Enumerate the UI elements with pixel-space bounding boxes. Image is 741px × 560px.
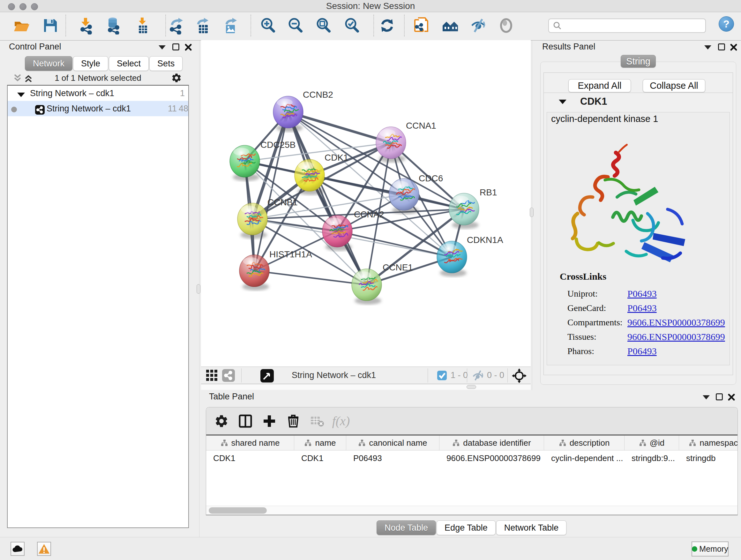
table-row[interactable]: CDK1CDK1P064939606.ENSP00000378699cyclin… [206,450,738,466]
tab-style[interactable]: Style [73,56,108,71]
zoom-in-icon[interactable] [259,17,277,35]
network-collection-row[interactable]: String Network – cdk1 1 [8,85,188,101]
float-panel-icon[interactable] [716,393,723,400]
delete-column-icon[interactable] [281,413,305,429]
search-input[interactable] [562,21,705,30]
add-column-icon[interactable] [257,413,281,429]
table-cell[interactable]: CDK1 [294,450,346,466]
crosshair-icon[interactable] [512,368,527,383]
node-highlight [243,257,259,265]
import-network-from-database-icon[interactable] [105,17,122,35]
close-panel-icon[interactable] [728,393,735,401]
expand-all-button[interactable]: Expand All [568,79,631,92]
crosslink-value[interactable]: P06493 [627,288,657,299]
table-cell[interactable]: P06493 [346,450,440,466]
collapse-all-button[interactable]: Collapse All [643,79,705,92]
scrollbar-thumb[interactable] [209,507,267,514]
gene-card-header[interactable]: CDK1 [544,93,733,111]
show-columns-icon[interactable] [233,413,257,429]
float-panel-icon[interactable] [172,44,179,51]
close-panel-icon[interactable] [730,44,738,51]
grid-view-icon[interactable] [205,369,218,382]
function-builder-icon[interactable]: f(x) [329,413,353,429]
network-canvas[interactable]: CCNB2CCNA1CDC25BCDK1CDC6RB1CCNB1CCNA2CDK… [201,40,531,367]
delete-table-icon[interactable] [305,413,329,429]
horizontal-splitter-handle[interactable] [467,385,476,389]
export-image-icon[interactable] [222,17,240,35]
expand-all-icon[interactable] [23,74,33,82]
table-cell[interactable]: cyclin-dependent ... [544,450,624,466]
panel-menu-icon[interactable] [158,45,165,50]
table-settings-gear-icon[interactable] [209,413,233,429]
collapse-card-icon[interactable] [559,100,566,104]
float-panel-icon[interactable] [718,44,725,51]
crosslink-label: GeneCard: [560,303,627,313]
search-box[interactable] [548,18,706,33]
network-edge[interactable] [288,112,391,143]
hidden-eye-icon[interactable] [472,370,484,381]
hide-selected-icon[interactable] [469,17,487,35]
crosslinks-section: CrossLinks Uniprot:P06493GeneCard:P06493… [560,271,725,358]
crosslink-value[interactable]: P06493 [627,303,657,314]
network-view-icon[interactable] [222,369,235,382]
column-header-namespace[interactable]: namespace [679,435,738,450]
crosslink-value[interactable]: P06493 [627,346,657,357]
export-table-icon[interactable] [194,17,212,35]
save-session-icon[interactable] [42,17,59,35]
network-edge[interactable] [254,271,367,285]
gear-icon[interactable] [171,72,182,83]
horizontal-scrollbar[interactable] [206,506,738,515]
refresh-view-icon[interactable] [378,17,396,35]
table-cell[interactable]: CDK1 [206,450,294,466]
open-session-icon[interactable] [13,17,30,35]
import-network-icon[interactable] [77,17,95,35]
zoom-fit-icon[interactable] [315,17,333,35]
node-label: CCNB2 [303,90,333,100]
column-header-name[interactable]: name [294,435,346,450]
panel-menu-icon[interactable] [704,45,711,50]
tab-network[interactable]: Network [25,56,72,71]
network-edge[interactable] [254,112,288,271]
tree-expand-icon[interactable] [17,92,25,97]
import-table-icon[interactable] [134,17,151,35]
show-all-icon[interactable] [497,17,515,35]
column-header-databaseidentifier[interactable]: database identifier [440,435,544,450]
memory-button[interactable]: Memory [691,542,729,557]
zoom-selected-icon[interactable] [343,17,361,35]
column-header-sharedname[interactable]: shared name [206,435,294,450]
duplicate-network-icon[interactable] [413,17,431,35]
column-header-description[interactable]: description [544,435,624,450]
collapse-all-icon[interactable] [13,74,22,82]
network-row[interactable]: String Network – cdk1 11 48 [8,101,188,116]
network-overview-icon[interactable] [441,17,459,35]
horizontal-splitter[interactable] [201,384,531,390]
crosslink-label: Tissues: [560,332,627,342]
tab-sets[interactable]: Sets [149,56,183,71]
birdseye-view-icon[interactable] [260,369,274,382]
tab-network-table[interactable]: Network Table [496,520,567,535]
tab-string[interactable]: String [621,55,656,68]
tab-edge-table[interactable]: Edge Table [436,520,495,535]
column-header-canonicalname[interactable]: canonical name [346,435,440,450]
zoom-out-icon[interactable] [286,17,305,35]
crosslink-value[interactable]: 9606.ENSP00000378699 [627,331,725,342]
table-cell[interactable]: 9606.ENSP00000378699 [440,450,544,466]
panel-menu-icon[interactable] [703,395,710,399]
left-splitter-handle[interactable] [197,284,200,294]
cloud-button[interactable] [10,542,24,556]
tab-node-table[interactable]: Node Table [377,520,436,535]
warning-button[interactable] [37,542,51,556]
crosslink-value[interactable]: 9606.ENSP00000378699 [627,317,725,328]
column-header-id[interactable]: @id [624,435,679,450]
node-label: CCNB1 [267,197,298,207]
selected-checkbox-icon[interactable] [437,371,447,380]
tab-select[interactable]: Select [109,56,149,71]
table-toolbar: f(x) [206,408,738,435]
table-cell[interactable]: stringdb [679,450,738,466]
table-cell[interactable]: stringdb:9... [624,450,679,466]
export-network-icon[interactable] [167,17,185,35]
right-splitter-handle[interactable] [530,207,534,217]
crosslink-row: Uniprot:P06493 [560,287,725,301]
help-button[interactable]: ? [719,16,734,32]
close-panel-icon[interactable] [185,44,192,51]
